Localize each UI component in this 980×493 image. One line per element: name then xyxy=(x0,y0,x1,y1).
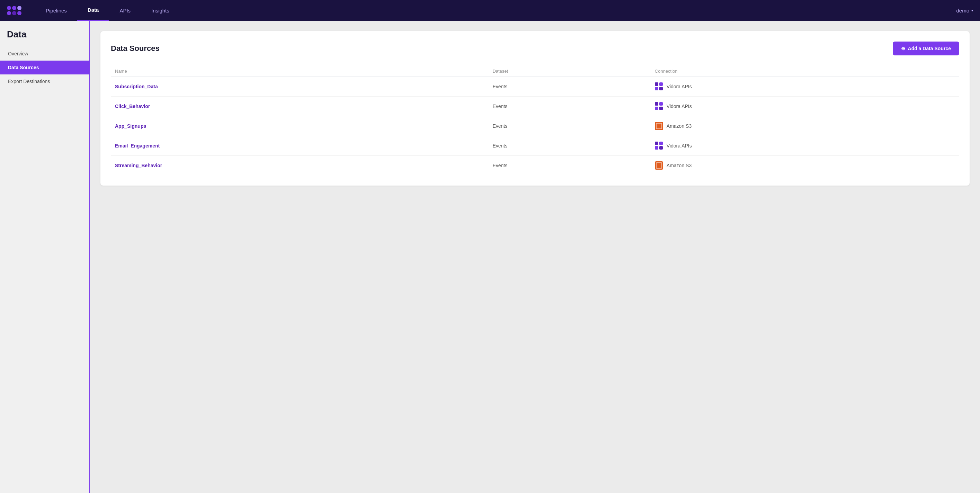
logo-dot-3 xyxy=(18,6,21,10)
cell-dataset: Events xyxy=(488,136,650,156)
sidebar-item-data-sources[interactable]: Data Sources xyxy=(0,60,89,75)
user-menu[interactable]: demo ▾ xyxy=(956,8,973,13)
sidebar-item-export-destinations[interactable]: Export Destinations xyxy=(0,75,89,88)
connection-cell: Vidora APIs xyxy=(655,102,955,110)
cell-name: Email_Engagement xyxy=(111,136,488,156)
connection-cell: Vidora APIs xyxy=(655,142,955,150)
cell-dataset: Events xyxy=(488,97,650,116)
connection-cell: Amazon S3 xyxy=(655,161,955,170)
connection-label: Vidora APIs xyxy=(667,84,692,89)
vidora-apis-icon xyxy=(655,142,663,150)
amazon-s3-icon xyxy=(655,122,663,130)
cell-name: Subscription_Data xyxy=(111,77,488,97)
logo-dot-1 xyxy=(7,6,11,10)
cell-connection: Vidora APIs xyxy=(651,136,959,156)
top-nav: Pipelines Data APIs Insights demo ▾ xyxy=(0,0,980,21)
logo-icon xyxy=(7,6,21,15)
logo-dot-4 xyxy=(7,11,11,15)
sidebar-item-overview[interactable]: Overview xyxy=(0,47,89,60)
page-title: Data xyxy=(0,29,89,47)
plus-icon: ⊕ xyxy=(901,46,905,51)
data-sources-table: Name Dataset Connection Subscription_Dat… xyxy=(111,66,959,175)
card-header: Data Sources ⊕ Add a Data Source xyxy=(111,41,959,56)
table-row: Subscription_DataEventsVidora APIs xyxy=(111,77,959,97)
table-header-row: Name Dataset Connection xyxy=(111,66,959,77)
nav-insights[interactable]: Insights xyxy=(141,0,180,21)
vidora-apis-icon xyxy=(655,102,663,110)
cell-name: Click_Behavior xyxy=(111,97,488,116)
user-label: demo xyxy=(956,8,969,13)
nav-data[interactable]: Data xyxy=(77,0,110,21)
cell-name: Streaming_Behavior xyxy=(111,156,488,175)
data-source-name-link[interactable]: Click_Behavior xyxy=(115,103,150,109)
col-connection: Connection xyxy=(651,66,959,77)
logo-dot-5 xyxy=(12,11,16,15)
cell-connection: Vidora APIs xyxy=(651,97,959,116)
app-body: Data Overview Data Sources Export Destin… xyxy=(0,21,980,493)
data-source-name-link[interactable]: Streaming_Behavior xyxy=(115,163,162,168)
data-source-name-link[interactable]: Subscription_Data xyxy=(115,84,158,89)
table-row: App_SignupsEventsAmazon S3 xyxy=(111,116,959,136)
card-title: Data Sources xyxy=(111,44,160,53)
cell-connection: Vidora APIs xyxy=(651,77,959,97)
data-sources-card: Data Sources ⊕ Add a Data Source Name Da… xyxy=(100,31,970,186)
add-button-label: Add a Data Source xyxy=(908,46,951,51)
logo xyxy=(7,6,21,15)
nav-links: Pipelines Data APIs Insights xyxy=(35,0,956,21)
amazon-s3-icon xyxy=(655,161,663,170)
chevron-down-icon: ▾ xyxy=(971,9,973,13)
logo-dot-2 xyxy=(12,6,16,10)
nav-pipelines[interactable]: Pipelines xyxy=(35,0,77,21)
connection-cell: Amazon S3 xyxy=(655,122,955,130)
nav-apis[interactable]: APIs xyxy=(109,0,141,21)
cell-dataset: Events xyxy=(488,77,650,97)
connection-cell: Vidora APIs xyxy=(655,83,955,91)
data-source-name-link[interactable]: Email_Engagement xyxy=(115,143,160,148)
cell-connection: Amazon S3 xyxy=(651,116,959,136)
table-row: Email_EngagementEventsVidora APIs xyxy=(111,136,959,156)
data-source-name-link[interactable]: App_Signups xyxy=(115,123,146,129)
main-content: Data Sources ⊕ Add a Data Source Name Da… xyxy=(90,21,980,493)
table-row: Click_BehaviorEventsVidora APIs xyxy=(111,97,959,116)
sidebar: Data Overview Data Sources Export Destin… xyxy=(0,21,90,493)
logo-dot-6 xyxy=(18,11,21,15)
connection-label: Vidora APIs xyxy=(667,143,692,148)
cell-dataset: Events xyxy=(488,116,650,136)
connection-label: Amazon S3 xyxy=(667,163,692,168)
add-data-source-button[interactable]: ⊕ Add a Data Source xyxy=(893,41,959,56)
vidora-apis-icon xyxy=(655,83,663,91)
cell-name: App_Signups xyxy=(111,116,488,136)
connection-label: Amazon S3 xyxy=(667,123,692,129)
col-name: Name xyxy=(111,66,488,77)
connection-label: Vidora APIs xyxy=(667,103,692,109)
col-dataset: Dataset xyxy=(488,66,650,77)
table-row: Streaming_BehaviorEventsAmazon S3 xyxy=(111,156,959,175)
cell-dataset: Events xyxy=(488,156,650,175)
cell-connection: Amazon S3 xyxy=(651,156,959,175)
